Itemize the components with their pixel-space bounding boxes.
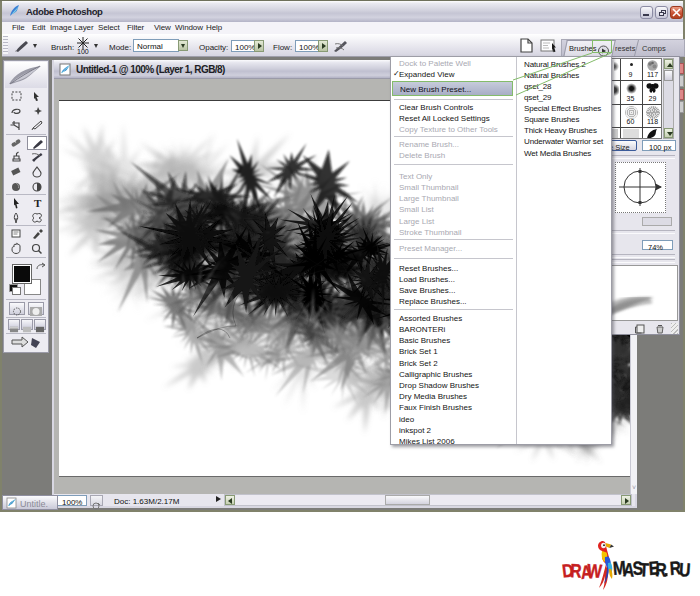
svg-text:T: T bbox=[34, 197, 42, 209]
